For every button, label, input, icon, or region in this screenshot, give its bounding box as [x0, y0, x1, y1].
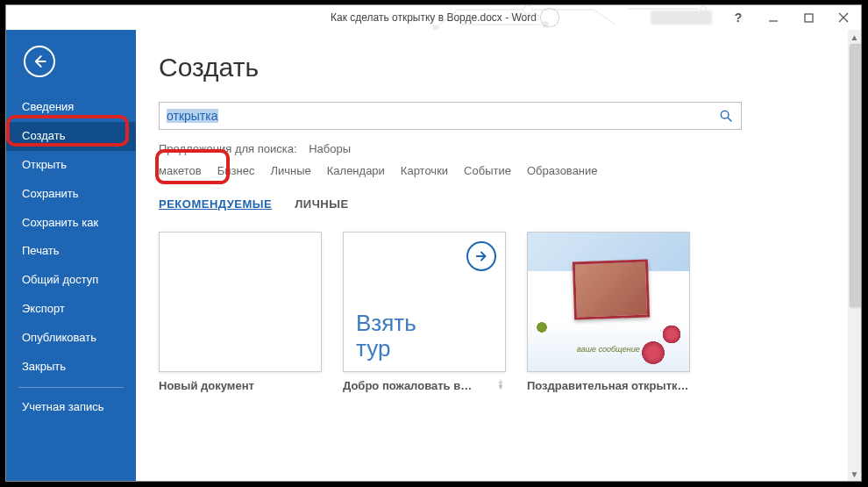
scroll-up-arrow[interactable]: ▲	[848, 30, 861, 44]
sidebar-item-new[interactable]: Создать	[6, 122, 136, 151]
backstage-main: Создать Предложения для поиска: Наборы м…	[136, 30, 861, 481]
sidebar-item-account[interactable]: Учетная запись	[6, 393, 136, 422]
template-cards: Новый документВзятьтурДобро пожаловать в…	[159, 232, 842, 392]
search-suggestions: Предложения для поиска: Наборы макетовБи…	[159, 139, 746, 182]
back-button[interactable]	[24, 46, 55, 77]
search-input[interactable]	[160, 105, 711, 126]
template-tab[interactable]: ЛИЧНЫЕ	[295, 197, 348, 212]
svg-rect-6	[805, 14, 813, 22]
close-button[interactable]	[826, 5, 861, 30]
suggest-label: Предложения для поиска:	[159, 142, 297, 155]
sidebar-separator	[18, 387, 124, 388]
template-caption: Поздравительная открытка с…	[527, 379, 690, 392]
sidebar-item-publish[interactable]: Опубликовать	[6, 324, 136, 353]
template-caption: Добро пожаловать в…	[343, 379, 472, 392]
maximize-button[interactable]	[791, 5, 826, 30]
template-card[interactable]: ВзятьтурДобро пожаловать в…	[343, 232, 506, 392]
sidebar-item-open[interactable]: Открыть	[6, 151, 136, 180]
suggestion-link[interactable]: Календари	[327, 164, 385, 177]
template-caption: Новый документ	[159, 379, 254, 392]
vertical-scrollbar[interactable]: ▲ ▼	[848, 30, 861, 481]
sidebar-item-saveas[interactable]: Сохранить как	[6, 209, 136, 238]
suggestion-link[interactable]: Событие	[464, 164, 511, 177]
title-bar: Как сделать открытку в Ворде.docx - Word…	[6, 5, 861, 30]
template-card[interactable]: Новый документ	[159, 232, 322, 392]
scroll-down-arrow[interactable]: ▼	[848, 467, 861, 481]
sidebar-item-info[interactable]: Сведения	[6, 93, 136, 122]
sidebar-item-export[interactable]: Экспорт	[6, 295, 136, 324]
svg-point-3	[543, 22, 548, 27]
svg-line-10	[728, 118, 731, 121]
suggestion-link[interactable]: Карточки	[401, 164, 448, 177]
sidebar-item-print[interactable]: Печать	[6, 237, 136, 266]
scroll-thumb[interactable]	[850, 44, 861, 307]
sidebar-item-close[interactable]: Закрыть	[6, 353, 136, 382]
user-account-label[interactable]	[651, 11, 712, 25]
search-button[interactable]	[711, 103, 741, 129]
tour-text: Взятьтур	[356, 311, 416, 361]
template-thumbnail[interactable]	[159, 232, 322, 372]
template-search	[159, 102, 742, 130]
minimize-button[interactable]	[756, 5, 791, 30]
pin-icon[interactable]	[495, 379, 506, 392]
template-thumbnail[interactable]: Взятьтур	[343, 232, 506, 372]
greeting-card-message: ваше сообщение	[577, 345, 640, 354]
suggestion-link[interactable]: Образование	[527, 164, 598, 177]
template-tabs: РЕКОМЕНДУЕМЫЕЛИЧНЫЕ	[159, 197, 842, 212]
template-card[interactable]: ваше сообщениеПоздравительная открытка с…	[527, 232, 690, 392]
page-heading: Создать	[159, 53, 842, 82]
template-thumbnail[interactable]: ваше сообщение	[527, 232, 690, 372]
template-tab[interactable]: РЕКОМЕНДУЕМЫЕ	[159, 197, 272, 212]
greeting-card-photo	[573, 260, 650, 320]
suggestion-link[interactable]: Личные	[270, 164, 310, 177]
window-title: Как сделать открытку в Ворде.docx - Word	[331, 11, 537, 24]
help-button[interactable]: ?	[721, 5, 756, 30]
backstage-sidebar: СведенияСоздатьОткрытьСохранитьСохранить…	[6, 30, 136, 481]
sidebar-item-share[interactable]: Общий доступ	[6, 266, 136, 295]
sidebar-item-save[interactable]: Сохранить	[6, 180, 136, 209]
tour-arrow-icon	[466, 241, 496, 271]
suggestion-link[interactable]: Бизнес	[217, 164, 255, 177]
